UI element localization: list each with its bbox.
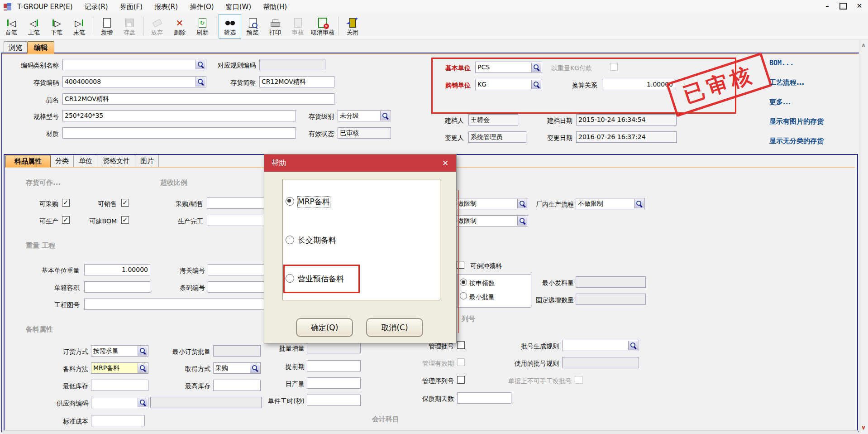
lookup-icon[interactable] xyxy=(380,111,390,121)
order-mode-field[interactable]: 按需求量 xyxy=(91,345,148,357)
material-field[interactable] xyxy=(62,127,296,139)
spec-field[interactable]: 250*240*35 xyxy=(62,110,296,121)
menu-app-title[interactable]: T-GROUP ERP(E) xyxy=(17,3,73,11)
link-bom[interactable]: BOM... xyxy=(769,59,794,67)
dialog-cancel-button[interactable]: 取消(C) xyxy=(366,318,423,337)
lookup-icon[interactable] xyxy=(138,398,148,407)
batch-rule-field[interactable] xyxy=(562,340,639,351)
tab-qualification-files[interactable]: 资格文件 xyxy=(98,155,135,167)
product-name-field[interactable]: CR12MOV精料 xyxy=(62,93,334,105)
base-unit-field[interactable]: PCS xyxy=(475,62,542,73)
barcode-label: 条码编号 xyxy=(170,283,205,292)
backflush-checkbox[interactable] xyxy=(457,261,464,269)
can-build-bom-checkbox[interactable] xyxy=(121,216,129,224)
link-show-with-images[interactable]: 显示有图片的存货 xyxy=(769,117,824,126)
tab-browse[interactable]: 浏览 xyxy=(4,41,27,53)
restriction1-field[interactable]: 不做限制 xyxy=(449,198,528,209)
by-application-radio[interactable] xyxy=(460,279,467,286)
acquire-mode-field[interactable]: 采购 xyxy=(213,362,261,374)
manage-serial-checkbox[interactable] xyxy=(457,376,465,384)
menu-operation[interactable]: 操作(O) xyxy=(190,3,214,11)
restore-button[interactable] xyxy=(839,3,847,10)
delete-button[interactable]: ✕ 删除 xyxy=(168,14,191,39)
tab-classification[interactable]: 分类 xyxy=(51,155,74,167)
tab-item-properties[interactable]: 料品属性 xyxy=(5,155,51,167)
filter-button[interactable]: 筛选 xyxy=(219,14,241,39)
lookup-icon[interactable] xyxy=(517,199,527,208)
sales-forecast-radio[interactable] xyxy=(286,274,294,283)
print-button[interactable]: 打印 xyxy=(264,14,286,39)
no-manual-batch-checkbox xyxy=(575,376,582,384)
lookup-icon[interactable] xyxy=(250,363,260,373)
refresh-button[interactable]: ↻ 刷新 xyxy=(191,14,214,39)
preview-button[interactable]: 预览 xyxy=(241,14,264,39)
purchasable-checkbox[interactable] xyxy=(62,199,70,207)
max-stock-field[interactable] xyxy=(213,380,261,391)
cancel-audit-button[interactable]: ✕ 取消审核 xyxy=(309,14,336,39)
menu-report[interactable]: 报表(R) xyxy=(154,3,178,11)
tab-images[interactable]: 图片 xyxy=(136,155,159,167)
base-weight-field[interactable]: 1.00000 xyxy=(84,264,150,275)
lookup-icon[interactable] xyxy=(531,80,541,89)
manage-batch-checkbox[interactable] xyxy=(457,341,465,349)
min-stock-field[interactable] xyxy=(91,380,148,391)
lead-time-field[interactable] xyxy=(307,360,361,371)
dialog-ok-button[interactable]: 确定(Q) xyxy=(296,318,353,337)
prev-record-button[interactable]: ◁ 上笔 xyxy=(23,14,45,39)
item-abbr-field[interactable]: CR12MOV精料 xyxy=(259,76,334,87)
refresh-icon: ↻ xyxy=(199,17,206,29)
menu-interface[interactable]: 界面(F) xyxy=(120,3,143,11)
tab-edit[interactable]: 编辑 xyxy=(27,41,54,53)
std-cost-field[interactable] xyxy=(91,415,145,426)
min-order-field xyxy=(213,345,261,357)
daily-output-field[interactable] xyxy=(307,377,361,389)
link-process-flow[interactable]: 工艺流程... xyxy=(769,78,804,87)
lookup-icon[interactable] xyxy=(517,216,527,226)
link-show-unclassified[interactable]: 显示无分类的存货 xyxy=(769,137,824,145)
tab-units[interactable]: 单位 xyxy=(74,155,97,167)
new-button[interactable]: 新增 xyxy=(95,14,118,39)
unit-hours-field[interactable] xyxy=(307,395,361,406)
item-level-field[interactable]: 未分级 xyxy=(338,110,391,121)
scroll-up-arrow[interactable]: ∧ xyxy=(859,41,868,49)
factory-flow-field[interactable]: 不做限制 xyxy=(576,198,645,209)
shelf-days-field[interactable] xyxy=(457,392,511,404)
item-code-field[interactable]: 400400008 xyxy=(62,76,206,87)
vertical-scrollbar[interactable] xyxy=(859,40,868,434)
sellable-checkbox[interactable] xyxy=(121,199,129,207)
restriction2-field[interactable]: 不做限制 xyxy=(449,215,528,227)
menu-help[interactable]: 帮助(H) xyxy=(263,3,287,11)
menu-record[interactable]: 记录(R) xyxy=(85,3,108,11)
base-unit-label: 基本单位 xyxy=(434,63,471,72)
minimize-button[interactable]: – xyxy=(822,1,832,11)
lookup-icon[interactable] xyxy=(138,363,148,373)
long-leadtime-radio[interactable] xyxy=(286,236,294,244)
link-more[interactable]: 更多... xyxy=(769,98,791,106)
lookup-icon[interactable] xyxy=(531,63,541,72)
mrp-stock-radio[interactable] xyxy=(286,197,294,206)
manage-validity-checkbox xyxy=(457,358,465,366)
conversion-field[interactable]: 1.00000 xyxy=(602,79,675,90)
scroll-down-arrow[interactable]: ∨ xyxy=(859,423,868,431)
coding-class-field[interactable] xyxy=(62,59,206,70)
box-volume-field[interactable] xyxy=(84,281,150,293)
min-batch-radio[interactable] xyxy=(460,292,467,299)
close-window-button[interactable]: ✕ xyxy=(854,1,864,11)
close-button[interactable]: ✦ 关闭 xyxy=(341,14,364,39)
last-record-button[interactable]: ▷ 末笔 xyxy=(68,14,91,39)
next-record-button[interactable]: ▷ 下笔 xyxy=(45,14,68,39)
menu-window[interactable]: 窗口(W) xyxy=(226,3,252,11)
lookup-icon[interactable] xyxy=(628,341,638,350)
lead-time-label: 提前期 xyxy=(273,362,305,371)
lookup-icon[interactable] xyxy=(138,346,148,356)
trade-unit-field[interactable]: KG xyxy=(475,79,542,90)
first-record-button[interactable]: ◁ 首笔 xyxy=(0,14,23,39)
supplier-code-field[interactable] xyxy=(91,397,148,408)
lookup-icon[interactable] xyxy=(634,199,644,208)
lookup-icon[interactable] xyxy=(196,60,205,69)
dialog-title-bar[interactable]: 帮助 ✕ xyxy=(264,154,456,172)
stock-method-field[interactable]: MRP备料 xyxy=(91,362,148,374)
producible-checkbox[interactable] xyxy=(62,216,70,224)
dialog-close-icon[interactable]: ✕ xyxy=(440,158,451,169)
lookup-icon[interactable] xyxy=(196,77,205,87)
